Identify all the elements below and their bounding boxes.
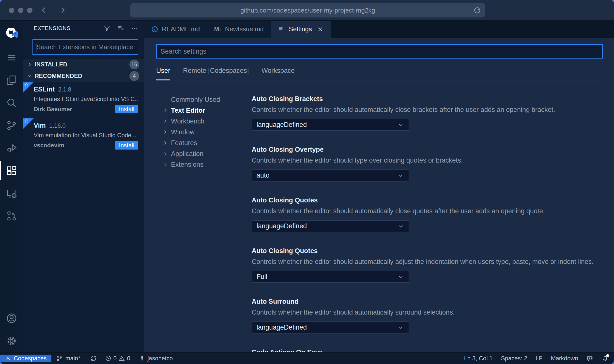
maximize-window-button[interactable] [27, 8, 32, 13]
remote-label: Codespaces [14, 355, 46, 362]
warnings-icon [119, 355, 125, 362]
toc-window[interactable]: Window [162, 127, 252, 137]
setting-description: Controls whether the editor should type … [252, 156, 603, 165]
editor-area: README.md M↓ NewIssue.md Settings User [144, 21, 614, 352]
setting-select[interactable]: languageDefined [252, 321, 409, 334]
toc-extensions[interactable]: Extensions [162, 159, 252, 170]
extension-version: 2.1.8 [58, 86, 71, 93]
activity-search[interactable] [0, 91, 23, 114]
section-label: INSTALLED [35, 61, 127, 68]
activity-run-debug[interactable] [0, 137, 23, 159]
extensions-icon [6, 165, 17, 176]
tab-newissue[interactable]: M↓ NewIssue.md [207, 21, 271, 38]
reload-icon[interactable] [473, 6, 481, 14]
indentation-status[interactable]: Spaces: 2 [501, 355, 527, 362]
source-control-icon [6, 120, 17, 131]
chevron-right-icon [162, 151, 169, 157]
scope-tab-workspace[interactable]: Workspace [261, 67, 295, 75]
extension-publisher: Dirk Baeumer [34, 106, 115, 113]
language-mode[interactable]: Markdown [551, 355, 578, 362]
setting-select[interactable]: languageDefined [252, 119, 409, 131]
activity-pull-requests[interactable] [0, 205, 23, 227]
sidebar-title: EXTENSIONS [34, 25, 103, 31]
close-window-button[interactable] [9, 8, 14, 13]
extensions-search-input[interactable] [33, 40, 138, 54]
install-button[interactable]: Install [115, 105, 138, 113]
activity-extensions[interactable] [0, 159, 23, 182]
problems-status[interactable]: 0 0 [102, 355, 134, 362]
filter-icon[interactable] [103, 25, 111, 32]
toc-label: Application [171, 150, 203, 158]
toc-text-editor[interactable]: Text Editor [162, 105, 252, 116]
chevron-down-icon [26, 73, 33, 79]
section-installed[interactable]: INSTALLED 16 [23, 59, 144, 70]
activity-explorer[interactable] [0, 69, 23, 91]
toc-application[interactable]: Application [162, 148, 252, 159]
forward-icon[interactable] [58, 5, 67, 15]
search-icon [6, 97, 17, 108]
branch-status[interactable]: main* [51, 355, 85, 362]
section-count-badge: 4 [129, 71, 139, 81]
errors-icon [105, 355, 111, 362]
chevron-down-icon [397, 121, 404, 128]
install-button[interactable]: Install [115, 141, 138, 150]
back-icon[interactable] [39, 5, 49, 15]
clear-extensions-icon[interactable] [117, 25, 124, 32]
toc-features[interactable]: Features [162, 137, 252, 148]
url-bar[interactable]: github.com/codespaces/user-my-project-mg… [130, 3, 485, 17]
settings-search-box [156, 44, 603, 59]
tab-label: NewIssue.md [225, 25, 264, 33]
extensions-search-box [32, 39, 138, 55]
toc-label: Commonly Used [171, 96, 220, 104]
feedback-icon[interactable] [586, 355, 593, 362]
chevron-right-icon [162, 129, 169, 135]
section-recommended[interactable]: RECOMMENDED 4 [23, 70, 144, 82]
setting-title: Auto Surround [252, 297, 603, 306]
sync-status[interactable] [85, 355, 102, 362]
section-count-badge: 16 [129, 60, 139, 69]
extension-name: ESLint [34, 86, 55, 93]
user-status[interactable]: jasonetco [134, 355, 178, 362]
extension-item-vim[interactable]: ☆ Vim 1.16.0 Vim emulation for Visual St… [23, 118, 144, 154]
activity-github-codespaces[interactable] [0, 21, 23, 46]
extension-item-eslint[interactable]: ☆ ESLint 2.1.8 Integrates ESLint JavaScr… [23, 82, 144, 118]
setting-auto-surround: Auto Surround Controls whether the edito… [252, 297, 603, 334]
select-value: languageDefined [257, 324, 397, 331]
setting-description: Controls whether the editor should autom… [252, 207, 603, 215]
toc-commonly-used[interactable]: Commonly Used [162, 94, 252, 105]
activity-source-control[interactable] [0, 114, 23, 137]
activity-menu[interactable] [0, 46, 23, 69]
eol-status[interactable]: LF [536, 355, 542, 362]
scope-tab-user[interactable]: User [156, 67, 170, 75]
setting-description: Controls whether the editor should autom… [252, 106, 603, 114]
toc-workbench[interactable]: Workbench [162, 116, 252, 127]
setting-description: Controls whether the editor should autom… [252, 258, 603, 266]
minimize-window-button[interactable] [18, 8, 23, 13]
activity-account[interactable] [0, 307, 23, 330]
star-icon: ☆ [24, 118, 29, 124]
close-tab-icon[interactable] [317, 26, 324, 33]
setting-select[interactable]: languageDefined [252, 220, 409, 232]
star-icon: ☆ [24, 82, 29, 88]
markdown-icon: M↓ [214, 26, 222, 33]
activity-settings[interactable] [0, 330, 23, 352]
remote-indicator[interactable]: Codespaces [0, 355, 51, 362]
tab-readme[interactable]: README.md [144, 21, 207, 38]
account-icon [6, 313, 17, 324]
activity-bar [0, 21, 23, 352]
tab-settings[interactable]: Settings [271, 21, 331, 38]
setting-select[interactable]: auto [252, 169, 409, 182]
more-actions-icon[interactable] [131, 25, 138, 32]
cursor-position[interactable]: Ln 3, Col 1 [464, 355, 492, 362]
settings-gear-icon [6, 335, 17, 347]
scope-tab-remote[interactable]: Remote [Codespaces] [183, 67, 249, 75]
setting-description: Controls whether the editor should autom… [252, 308, 603, 317]
notifications-status[interactable] [602, 355, 609, 362]
extensions-sidebar: EXTENSIONS INSTALLED 16 RECOMMENDED 4 [23, 21, 144, 352]
setting-auto-closing-quotes: Auto Closing Quotes Controls whether the… [252, 196, 603, 232]
activity-remote-explorer[interactable] [0, 182, 23, 205]
settings-search-input[interactable] [157, 45, 602, 58]
tab-label: README.md [162, 25, 200, 33]
setting-select[interactable]: Full [252, 271, 409, 283]
setting-title: Code Actions On Save [252, 348, 603, 352]
